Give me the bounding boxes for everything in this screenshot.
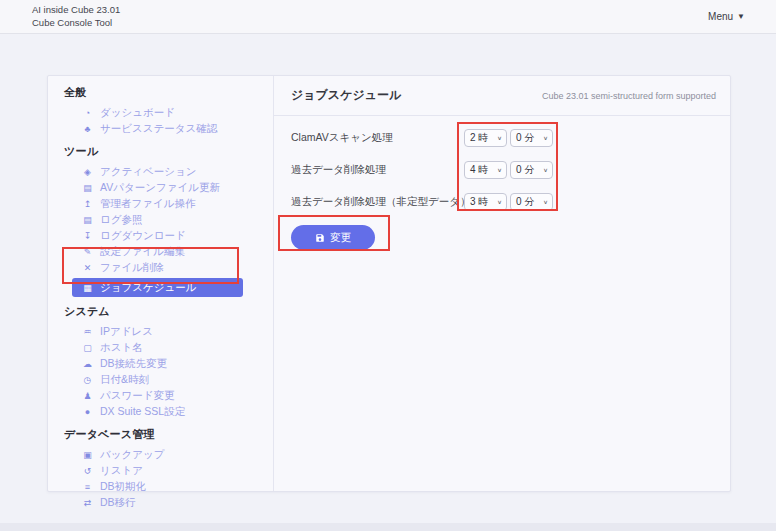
sidebar-item-service-status[interactable]: ♣サービスステータス確認	[82, 121, 273, 137]
hour-select-old-data-delete[interactable]: 4 時∨	[464, 161, 507, 179]
form-row-old-data-delete-unstructured: 過去データ削除処理（非定型データ）3 時∨0 分∨	[291, 193, 730, 211]
sidebar-item-label: DB移行	[100, 496, 136, 510]
shield-icon: ◈	[82, 167, 93, 177]
sidebar-item-label: DX Suite SSL設定	[100, 405, 185, 419]
sidebar-item-file-delete[interactable]: ✕ファイル削除	[82, 260, 273, 276]
submit-button[interactable]: 変更	[291, 225, 375, 250]
sidebar-section-header: ツール	[64, 144, 273, 159]
sidebar-item-activation[interactable]: ◈アクティベーション	[82, 164, 273, 180]
sidebar-item-log-view[interactable]: ▤ログ参照	[82, 212, 273, 228]
console-card: 全般◔ダッシュボード♣サービスステータス確認ツール◈アクティベーション▤AVパタ…	[47, 75, 731, 492]
sidebar-item-job-schedule[interactable]: ▦ジョブスケジュール	[72, 278, 243, 297]
sidebar-item-label: DB初期化	[100, 480, 146, 494]
chevron-down-icon: ∨	[497, 199, 502, 205]
sidebar-item-config-file-edit[interactable]: ✎設定ファイル編集	[82, 244, 273, 260]
sidebar-item-restore[interactable]: ↺リストア	[82, 463, 273, 479]
broadcast-icon: ♒	[82, 327, 93, 337]
sidebar-item-password-change[interactable]: ♟パスワード変更	[82, 388, 273, 404]
user-icon: ♟	[82, 391, 93, 401]
download-icon: ↧	[82, 231, 93, 241]
sidebar-item-av-pattern-update[interactable]: ▤AVパターンファイル更新	[82, 180, 273, 196]
footer-strip	[0, 523, 776, 531]
sidebar-item-label: ログダウンロード	[100, 229, 186, 243]
delete-icon: ✕	[82, 263, 93, 273]
sidebar-item-dx-suite-ssl[interactable]: ●DX Suite SSL設定	[82, 404, 273, 420]
schedule-form: ClamAVスキャン処理2 時∨0 分∨過去データ削除処理4 時∨0 分∨過去デ…	[291, 129, 730, 211]
form-label: 過去データ削除処理	[291, 163, 464, 177]
form-label: ClamAVスキャン処理	[291, 131, 464, 145]
chevron-down-icon: ∨	[497, 167, 502, 173]
submit-button-label: 変更	[330, 231, 351, 245]
database-icon: ≡	[82, 482, 93, 492]
select-value: 3 時	[470, 195, 488, 209]
chevron-down-icon: ▼	[737, 12, 745, 21]
monitor-icon: ▢	[82, 343, 93, 353]
sidebar-item-label: ログ参照	[100, 213, 143, 227]
chevron-down-icon: ∨	[543, 167, 548, 173]
sidebar-section-header: データベース管理	[64, 427, 273, 442]
sidebar-item-label: 管理者ファイル操作	[100, 197, 195, 211]
hour-select-old-data-delete-unstructured[interactable]: 3 時∨	[464, 193, 507, 211]
minute-select-clamav-scan[interactable]: 0 分∨	[510, 129, 553, 147]
sidebar-item-db-connection-change[interactable]: ☁DB接続先変更	[82, 356, 273, 372]
sidebar-item-db-migration[interactable]: ⇄DB移行	[82, 495, 273, 511]
save-icon	[315, 233, 325, 243]
chevron-down-icon: ∨	[543, 199, 548, 205]
app-title-line1: AI inside Cube 23.01	[32, 4, 120, 17]
sidebar-item-db-init[interactable]: ≡DB初期化	[82, 479, 273, 495]
sidebar-item-ip-address[interactable]: ♒IPアドレス	[82, 324, 273, 340]
sidebar-item-label: 日付&時刻	[100, 373, 149, 387]
select-value: 4 時	[470, 163, 488, 177]
top-bar: AI inside Cube 23.01 Cube Console Tool M…	[0, 0, 776, 34]
sidebar-item-admin-file-operation[interactable]: ↥管理者ファイル操作	[82, 196, 273, 212]
sidebar-item-label: サービスステータス確認	[100, 122, 217, 136]
menu-label: Menu	[708, 11, 733, 22]
form-label: 過去データ削除処理（非定型データ）	[291, 195, 464, 209]
sidebar-item-label: ホスト名	[100, 341, 143, 355]
select-value: 0 分	[516, 195, 534, 209]
app-title: AI inside Cube 23.01 Cube Console Tool	[32, 4, 120, 30]
swap-arrows-icon: ⇄	[82, 498, 93, 508]
service-status-icon: ♣	[82, 124, 93, 134]
sidebar-section-header: システム	[64, 304, 273, 319]
sidebar-item-label: リストア	[100, 464, 143, 478]
sidebar-item-label: ジョブスケジュール	[100, 281, 196, 295]
select-value: 0 分	[516, 131, 534, 145]
sidebar-section-header: 全般	[64, 85, 273, 100]
sidebar-item-label: IPアドレス	[100, 325, 153, 339]
clock-icon: ◷	[82, 375, 93, 385]
select-value: 0 分	[516, 163, 534, 177]
main-panel: ジョブスケジュール Cube 23.01 semi-structured for…	[274, 76, 730, 491]
dashboard-icon: ◔	[82, 108, 93, 118]
sidebar-item-dashboard[interactable]: ◔ダッシュボード	[82, 105, 273, 121]
form-row-clamav-scan: ClamAVスキャン処理2 時∨0 分∨	[291, 129, 730, 147]
edit-icon: ✎	[82, 247, 93, 257]
menu-button[interactable]: Menu ▼	[708, 11, 745, 22]
circle-icon: ●	[82, 407, 93, 417]
sidebar-item-backup[interactable]: ▣バックアップ	[82, 447, 273, 463]
sidebar-item-label: AVパターンファイル更新	[100, 181, 220, 195]
sidebar-item-log-download[interactable]: ↧ログダウンロード	[82, 228, 273, 244]
sidebar-item-date-time[interactable]: ◷日付&時刻	[82, 372, 273, 388]
sidebar-item-label: ダッシュボード	[100, 106, 175, 120]
form-row-old-data-delete: 過去データ削除処理4 時∨0 分∨	[291, 161, 730, 179]
sidebar-nav: 全般◔ダッシュボード♣サービスステータス確認ツール◈アクティベーション▤AVパタ…	[48, 76, 274, 491]
sidebar-item-label: パスワード変更	[100, 389, 174, 403]
cloud-icon: ☁	[82, 359, 93, 369]
minute-select-old-data-delete[interactable]: 0 分∨	[510, 161, 553, 179]
minute-select-old-data-delete-unstructured[interactable]: 0 分∨	[510, 193, 553, 211]
panel-content: ClamAVスキャン処理2 時∨0 分∨過去データ削除処理4 時∨0 分∨過去デ…	[274, 116, 730, 250]
sidebar-item-label: アクティベーション	[100, 165, 196, 179]
chevron-down-icon: ∨	[543, 135, 548, 141]
version-note: Cube 23.01 semi-structured form supporte…	[542, 91, 716, 101]
undo-icon: ↺	[82, 466, 93, 476]
document-icon: ▤	[82, 215, 93, 225]
calendar-icon: ▦	[82, 283, 93, 293]
sidebar-item-label: DB接続先変更	[100, 357, 167, 371]
select-value: 2 時	[470, 131, 488, 145]
sidebar-item-hostname[interactable]: ▢ホスト名	[82, 340, 273, 356]
app-title-line2: Cube Console Tool	[32, 17, 120, 30]
chevron-down-icon: ∨	[497, 135, 502, 141]
upload-icon: ↥	[82, 199, 93, 209]
hour-select-clamav-scan[interactable]: 2 時∨	[464, 129, 507, 147]
